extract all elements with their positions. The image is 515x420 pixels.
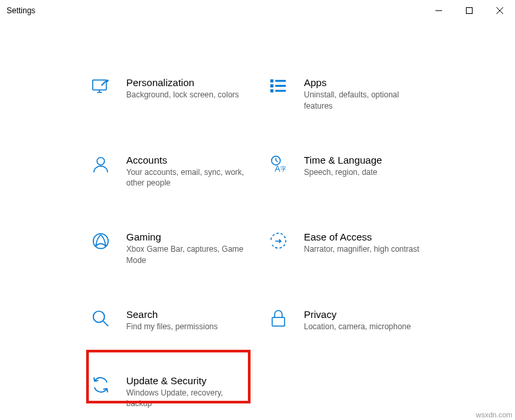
tile-title: Ease of Access bbox=[304, 231, 426, 242]
tile-title: Accounts bbox=[127, 154, 249, 166]
accounts-icon bbox=[89, 154, 115, 174]
tile-desc: Uninstall, defaults, optional features bbox=[304, 89, 426, 112]
tile-time-language[interactable]: A 字 Time & Language Speech, region, date bbox=[263, 150, 430, 193]
privacy-icon bbox=[267, 309, 292, 329]
tile-title: Gaming bbox=[127, 231, 249, 242]
tile-apps[interactable]: Apps Uninstall, defaults, optional featu… bbox=[263, 73, 430, 116]
tile-title: Apps bbox=[304, 77, 426, 88]
tile-desc: Speech, region, date bbox=[304, 167, 426, 178]
tile-desc: Narrator, magnifier, high contrast bbox=[304, 244, 426, 255]
tile-desc: Your accounts, email, sync, work, other … bbox=[127, 167, 249, 189]
svg-point-20 bbox=[93, 311, 104, 323]
close-button[interactable] bbox=[485, 0, 515, 21]
svg-rect-7 bbox=[270, 79, 273, 83]
watermark: wsxdn.com bbox=[476, 411, 512, 419]
update-security-icon bbox=[89, 375, 115, 395]
search-icon bbox=[89, 309, 115, 329]
tile-privacy[interactable]: Privacy Location, camera, microphone bbox=[263, 305, 430, 337]
svg-rect-9 bbox=[270, 84, 273, 87]
tile-desc: Background, lock screen, colors bbox=[127, 89, 249, 101]
titlebar: Settings bbox=[0, 0, 515, 21]
svg-text:字: 字 bbox=[280, 166, 286, 172]
svg-point-13 bbox=[97, 157, 104, 164]
minimize-button[interactable] bbox=[424, 0, 454, 21]
svg-rect-22 bbox=[272, 317, 284, 326]
svg-rect-12 bbox=[275, 90, 286, 92]
personalization-icon bbox=[89, 77, 115, 97]
tile-gaming[interactable]: Gaming Xbox Game Bar, captures, Game Mod… bbox=[86, 227, 253, 270]
window-title: Settings bbox=[7, 6, 35, 15]
svg-rect-1 bbox=[467, 8, 473, 14]
gaming-icon bbox=[89, 231, 115, 251]
svg-line-16 bbox=[276, 160, 278, 162]
tile-search[interactable]: Search Find my files, permissions bbox=[86, 305, 253, 337]
tile-title: Search bbox=[127, 309, 249, 320]
tile-title: Time & Language bbox=[304, 154, 426, 166]
svg-rect-8 bbox=[275, 80, 286, 82]
svg-rect-4 bbox=[92, 80, 106, 90]
tile-accounts[interactable]: Accounts Your accounts, email, sync, wor… bbox=[86, 150, 253, 193]
apps-icon bbox=[267, 77, 292, 97]
ease-of-access-icon bbox=[267, 231, 292, 251]
tile-desc: Location, camera, microphone bbox=[304, 321, 426, 333]
svg-rect-10 bbox=[275, 85, 286, 87]
tile-desc: Find my files, permissions bbox=[127, 321, 249, 333]
tile-title: Update & Security bbox=[127, 375, 249, 386]
settings-content: Personalization Background, lock screen,… bbox=[0, 21, 515, 413]
tile-personalization[interactable]: Personalization Background, lock screen,… bbox=[86, 73, 253, 116]
svg-point-19 bbox=[93, 234, 108, 249]
maximize-button[interactable] bbox=[454, 0, 485, 21]
svg-line-21 bbox=[103, 321, 108, 327]
time-language-icon: A 字 bbox=[267, 154, 292, 174]
tile-title: Privacy bbox=[304, 309, 426, 320]
tile-ease-of-access[interactable]: Ease of Access Narrator, magnifier, high… bbox=[263, 227, 430, 270]
tile-desc: Windows Update, recovery, backup bbox=[127, 388, 249, 410]
settings-grid: Personalization Background, lock screen,… bbox=[86, 73, 430, 413]
tile-desc: Xbox Game Bar, captures, Game Mode bbox=[127, 244, 249, 266]
tile-title: Personalization bbox=[127, 77, 249, 88]
tile-update-security[interactable]: Update & Security Windows Update, recove… bbox=[86, 371, 253, 414]
svg-rect-11 bbox=[270, 89, 273, 93]
window-controls bbox=[424, 0, 515, 21]
